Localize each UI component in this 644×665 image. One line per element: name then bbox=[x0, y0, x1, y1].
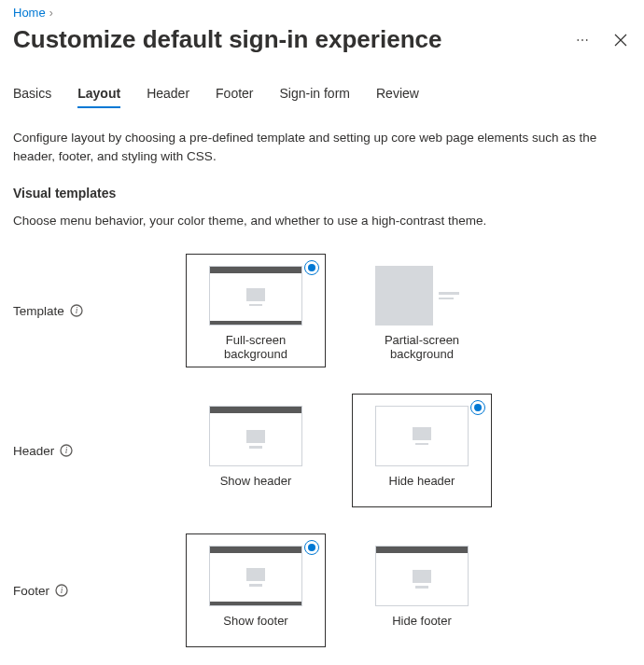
header-option-label: Hide header bbox=[389, 474, 455, 488]
svg-text:i: i bbox=[65, 446, 68, 455]
close-icon bbox=[614, 34, 627, 47]
tab-bar: Basics Layout Header Footer Sign-in form… bbox=[13, 82, 631, 108]
template-label-text: Template bbox=[13, 304, 64, 318]
breadcrumb-home-link[interactable]: Home bbox=[13, 6, 46, 20]
svg-text:i: i bbox=[61, 586, 63, 595]
footer-option-show[interactable]: Show footer bbox=[186, 533, 326, 647]
info-icon[interactable]: i bbox=[60, 444, 73, 457]
more-options-button[interactable]: ⋯ bbox=[572, 29, 594, 51]
page-title: Customize default sign-in experience bbox=[13, 25, 441, 54]
layout-description: Configure layout by choosing a pre-defin… bbox=[13, 129, 631, 165]
header-label-text: Header bbox=[13, 444, 54, 458]
tab-footer[interactable]: Footer bbox=[216, 82, 253, 108]
footer-option-label: Show footer bbox=[223, 614, 287, 628]
radio-selected-icon bbox=[304, 260, 319, 275]
visual-templates-heading: Visual templates bbox=[13, 186, 631, 201]
footer-option-hide[interactable]: Hide footer bbox=[352, 533, 492, 647]
footer-label-text: Footer bbox=[13, 584, 49, 598]
tab-sign-in-form[interactable]: Sign-in form bbox=[280, 82, 350, 108]
close-button[interactable] bbox=[610, 30, 631, 50]
template-label: Template i bbox=[13, 304, 167, 318]
header-thumb-show bbox=[209, 406, 302, 466]
template-option-label: Full-screen background bbox=[194, 333, 317, 361]
visual-templates-description: Choose menu behavior, your color theme, … bbox=[13, 214, 631, 228]
radio-selected-icon bbox=[304, 540, 319, 555]
header-option-label: Show header bbox=[220, 474, 292, 488]
footer-label: Footer i bbox=[13, 584, 167, 598]
tab-header[interactable]: Header bbox=[147, 82, 189, 108]
info-icon[interactable]: i bbox=[70, 304, 83, 317]
tab-review[interactable]: Review bbox=[376, 82, 419, 108]
chevron-right-icon: › bbox=[49, 7, 53, 20]
header-label: Header i bbox=[13, 444, 167, 458]
template-option-partial-screen[interactable]: Partial-screen background bbox=[352, 254, 492, 367]
template-option-full-screen[interactable]: Full-screen background bbox=[186, 254, 326, 367]
info-icon[interactable]: i bbox=[55, 584, 68, 597]
svg-text:i: i bbox=[75, 306, 77, 315]
footer-thumb-show bbox=[209, 546, 302, 606]
radio-selected-icon bbox=[470, 400, 485, 415]
template-option-label: Partial-screen background bbox=[360, 333, 483, 361]
breadcrumb: Home › bbox=[13, 6, 631, 20]
footer-thumb-hide bbox=[375, 546, 469, 606]
header-thumb-hide bbox=[375, 406, 469, 466]
tab-basics[interactable]: Basics bbox=[13, 82, 51, 108]
tab-layout[interactable]: Layout bbox=[77, 82, 120, 108]
header-option-show[interactable]: Show header bbox=[186, 394, 326, 507]
template-thumb-partial-screen bbox=[375, 266, 469, 326]
footer-option-label: Hide footer bbox=[392, 614, 452, 628]
header-option-hide[interactable]: Hide header bbox=[352, 394, 492, 507]
template-thumb-full-screen bbox=[209, 266, 302, 326]
